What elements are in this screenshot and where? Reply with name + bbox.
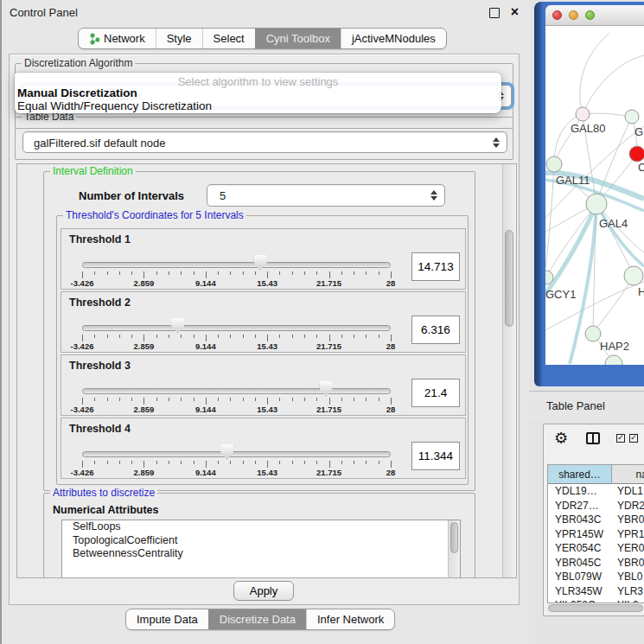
tab-jactivemnodules[interactable]: jActiveMNodules (341, 29, 446, 48)
tick-label: 2.859 (134, 468, 155, 477)
table-data-combobox[interactable]: galFiltered.sif default node (22, 131, 507, 153)
threshold-slider[interactable]: -3.4262.8599.14415.4321.71528 (82, 355, 391, 415)
threshold-slider[interactable]: -3.4262.8599.14415.4321.71528 (82, 418, 391, 478)
table-row[interactable]: YER054CYER0 (548, 541, 644, 556)
split-columns-icon[interactable] (586, 432, 600, 444)
minimize-traffic-light-icon[interactable] (569, 10, 578, 20)
network-edge (583, 55, 644, 114)
table-row[interactable]: YIL052CYIL0 (548, 598, 644, 603)
zoom-traffic-light-icon[interactable] (585, 10, 595, 20)
threshold-value-field[interactable] (411, 379, 460, 407)
list-item[interactable]: TopologicalCoefficient (62, 534, 460, 548)
table-row[interactable]: YLR345WYLR3 (548, 584, 644, 599)
tab-label: Impute Data (137, 613, 198, 626)
tab-cyni-toolbox[interactable]: Cyni Toolbox (255, 29, 341, 48)
checkbox-checked-icon[interactable]: ✓ (616, 434, 625, 443)
table-row[interactable]: YDR27…YDR2 (548, 499, 644, 513)
slider-track[interactable] (82, 451, 391, 457)
numerical-attributes-list[interactable]: SelfLoopsTopologicalCoefficientBetweenne… (61, 520, 461, 578)
slider-handle[interactable] (320, 381, 333, 397)
group-title: Attributes to discretize (50, 487, 157, 499)
column-header-shared[interactable]: shared… (548, 465, 612, 484)
network-node[interactable] (605, 355, 622, 365)
node-label: GCY1 (545, 288, 576, 301)
threshold-panel-1: Threshold 1-3.4262.8599.14415.4321.71528 (61, 228, 466, 290)
network-node[interactable] (585, 326, 601, 341)
network-node[interactable] (629, 146, 644, 162)
slider-track[interactable] (82, 388, 391, 394)
tick-label: 28 (386, 278, 396, 288)
table-row[interactable]: YBR045CYBR0 (548, 556, 644, 571)
dropdown-option-manual[interactable]: Manual Discretization (17, 86, 137, 99)
slider-handle[interactable] (254, 255, 267, 271)
node-label: G (634, 125, 643, 138)
tab-infer-network[interactable]: Infer Network (306, 609, 394, 629)
network-node[interactable] (625, 110, 639, 124)
table-row[interactable]: YBL079WYBL0 (548, 570, 644, 584)
node-label: GAL4 (599, 217, 628, 230)
threshold-value-field[interactable] (411, 442, 460, 470)
network-node[interactable] (624, 266, 643, 285)
cell-name: YIL0 (617, 599, 639, 603)
table-data-group: Table Data galFiltered.sif default node (15, 117, 513, 160)
dropdown-option-equal-width[interactable]: Equal Width/Frequency Discretization (17, 99, 212, 112)
threshold-value-field[interactable] (411, 252, 460, 281)
slider-tick-labels: -3.4262.8599.14415.4321.71528 (82, 278, 391, 289)
close-traffic-light-icon[interactable] (552, 10, 562, 20)
number-of-intervals-combobox[interactable]: 5 (207, 184, 445, 207)
list-item[interactable]: SelfLoops (62, 520, 460, 534)
list-scrollbar[interactable] (448, 520, 460, 577)
tick-label: 21.715 (316, 468, 341, 477)
slider-tick-labels: -3.4262.8599.14415.4321.71528 (82, 468, 391, 478)
table-row[interactable]: YDL19…YDL1 (548, 484, 644, 499)
slider-track[interactable] (82, 325, 391, 331)
close-icon[interactable]: × (511, 3, 519, 21)
tick-label: 2.859 (134, 341, 155, 351)
tick-label: 9.144 (195, 405, 216, 414)
numerical-attributes-label: Numerical Attributes (53, 504, 158, 516)
tick-label: 15.43 (257, 405, 277, 414)
checkbox-checked-icon[interactable]: ✓ (629, 434, 638, 443)
table-body: YDL19…YDL1YDR27…YDR2YBR043CYBR0YPR145WYP… (548, 484, 644, 603)
settings-gear-icon[interactable]: ⚙ (554, 429, 568, 448)
cell-name: YBL0 (617, 571, 642, 583)
network-node[interactable] (576, 107, 590, 121)
tick-label: -3.426 (71, 341, 94, 351)
list-item[interactable]: BetweennessCentrality (62, 547, 460, 561)
node-label: HAP2 (600, 340, 629, 353)
tab-style[interactable]: Style (156, 29, 202, 48)
column-header-name[interactable]: name (612, 465, 644, 484)
tab-select[interactable]: Select (202, 29, 255, 48)
float-window-icon[interactable] (489, 8, 500, 18)
slider-handle[interactable] (220, 444, 233, 460)
table-horizontal-scrollbar[interactable] (548, 604, 643, 612)
node-attribute-table: shared…name YDL19…YDL1YDR27…YDR2YBR043CY… (547, 464, 644, 603)
threshold-value-field[interactable] (411, 316, 460, 344)
apply-button[interactable]: Apply (233, 581, 294, 601)
cyni-toolbox-panel: Discretization Algorithm Manual Discreti… (9, 54, 520, 605)
control-panel-window: Control Panel × NetworkStyleSelectCyni T… (0, 0, 529, 644)
node-label: C (638, 161, 644, 174)
tab-network[interactable]: Network (79, 29, 156, 48)
bottom-tab-bar: Impute DataDiscretize DataInfer Network (125, 609, 395, 630)
tab-label: Style (167, 32, 192, 45)
cell-shared-name: YDR27… (555, 500, 599, 512)
settings-vertical-scrollbar[interactable] (502, 164, 516, 577)
tab-discretize-data[interactable]: Discretize Data (208, 609, 306, 629)
tab-impute-data[interactable]: Impute Data (126, 609, 208, 629)
network-canvas[interactable]: GAL80GCGAL11GAL4GCY1HHAP2 (545, 26, 644, 365)
network-edge (583, 113, 632, 117)
threshold-slider[interactable]: -3.4262.8599.14415.4321.71528 (82, 292, 391, 352)
cell-shared-name: YDL19… (555, 485, 597, 497)
slider-handle[interactable] (171, 318, 184, 334)
table-row[interactable]: YPR145WYPR1 (548, 527, 644, 542)
top-tab-bar: NetworkStyleSelectCyni ToolboxjActiveMNo… (78, 28, 447, 49)
slider-ticks (82, 335, 391, 341)
table-row[interactable]: YBR043CYBR0 (548, 513, 644, 527)
threshold-slider[interactable]: -3.4262.8599.14415.4321.71528 (82, 229, 391, 289)
network-node[interactable] (586, 194, 607, 214)
network-node[interactable] (546, 156, 562, 172)
slider-tick-labels: -3.4262.8599.14415.4321.71528 (82, 405, 391, 415)
slider-track[interactable] (82, 262, 391, 268)
cell-shared-name: YIL052C (555, 599, 596, 603)
